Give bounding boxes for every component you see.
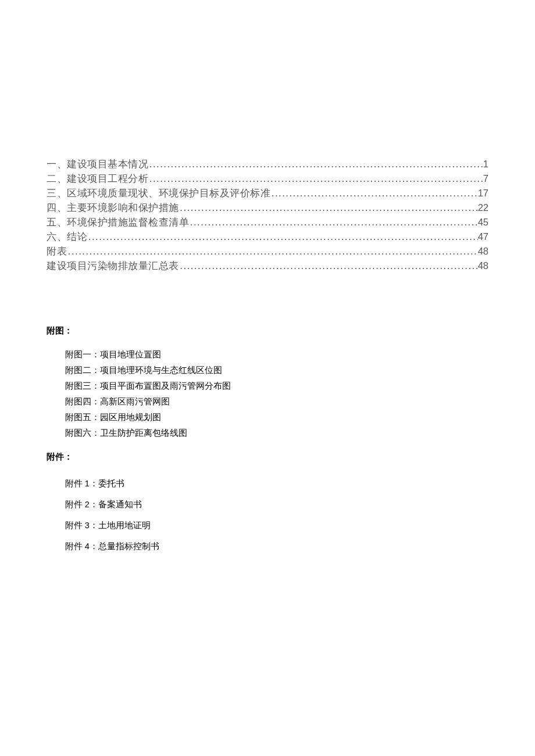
toc-page-number: 7 — [483, 171, 488, 185]
toc-label: 四、主要环境影响和保护措施 — [47, 201, 179, 215]
toc-page-number: 17 — [478, 186, 488, 200]
toc-entry: 一、建设项目基本情况 1 — [47, 157, 488, 171]
toc-leader-dots — [270, 187, 478, 200]
toc-label: 一、建设项目基本情况 — [47, 157, 148, 171]
toc-label: 附表 — [47, 245, 67, 259]
appendix-figure-item: 附图三：项目平面布置图及雨污管网分布图 — [65, 378, 488, 394]
attachment-item: 附件 4：总量指标控制书 — [65, 536, 488, 557]
attachments-section: 附件： 附件 1：委托书 附件 2：备案通知书 附件 3：土地用地证明 附件 4… — [47, 452, 488, 557]
attachments-list: 附件 1：委托书 附件 2：备案通知书 附件 3：土地用地证明 附件 4：总量指… — [47, 473, 488, 557]
attachment-label: ：备案通知书 — [90, 500, 142, 509]
toc-page-number: 1 — [483, 157, 488, 171]
toc-entry: 五、环境保护措施监督检查清单 45 — [47, 215, 488, 230]
toc-leader-dots — [148, 172, 483, 186]
table-of-contents: 一、建设项目基本情况 1 二、建设项目工程分析 7 三、区域环境质量现状、环境保… — [47, 157, 488, 273]
appendix-figures-section: 附图： 附图一：项目地理位置图 附图二：项目地理环境与生态红线区位图 附图三：项… — [47, 325, 488, 441]
toc-label: 建设项目污染物排放量汇总表 — [47, 259, 179, 273]
toc-page-number: 22 — [478, 200, 488, 214]
toc-leader-dots — [179, 201, 478, 215]
attachment-prefix: 附件 — [65, 521, 85, 530]
attachment-item: 附件 1：委托书 — [65, 473, 488, 494]
attachment-number: 3 — [85, 521, 90, 530]
attachment-item: 附件 2：备案通知书 — [65, 494, 488, 515]
toc-entry: 建设项目污染物排放量汇总表 48 — [47, 259, 488, 273]
appendix-figure-item: 附图五：园区用地规划图 — [65, 410, 488, 425]
toc-page-number: 45 — [478, 215, 488, 229]
toc-label: 二、建设项目工程分析 — [47, 172, 148, 186]
attachment-number: 4 — [85, 542, 90, 551]
attachment-item: 附件 3：土地用地证明 — [65, 515, 488, 536]
toc-leader-dots — [67, 245, 478, 259]
toc-leader-dots — [148, 157, 483, 171]
toc-entry: 二、建设项目工程分析 7 — [47, 171, 488, 186]
toc-entry: 四、主要环境影响和保护措施 22 — [47, 200, 488, 215]
appendix-figures-list: 附图一：项目地理位置图 附图二：项目地理环境与生态红线区位图 附图三：项目平面布… — [47, 347, 488, 441]
toc-entry: 六、结论 47 — [47, 230, 488, 244]
attachment-label: ：总量指标控制书 — [90, 542, 159, 551]
toc-entry: 附表 48 — [47, 244, 488, 259]
toc-page-number: 48 — [478, 259, 488, 273]
attachment-prefix: 附件 — [65, 479, 85, 488]
toc-entry: 三、区域环境质量现状、环境保护目标及评价标准 17 — [47, 186, 488, 200]
toc-label: 五、环境保护措施监督检查清单 — [47, 216, 189, 230]
attachment-label: ：土地用地证明 — [90, 521, 151, 530]
appendix-figure-item: 附图二：项目地理环境与生态红线区位图 — [65, 363, 488, 378]
attachment-number: 2 — [85, 500, 90, 509]
toc-label: 三、区域环境质量现状、环境保护目标及评价标准 — [47, 187, 270, 200]
attachment-prefix: 附件 — [65, 542, 85, 551]
appendix-figure-item: 附图一：项目地理位置图 — [65, 347, 488, 363]
toc-leader-dots — [179, 259, 478, 273]
attachment-prefix: 附件 — [65, 500, 85, 509]
appendix-figure-item: 附图六：卫生防护距离包络线图 — [65, 425, 488, 441]
attachment-number: 1 — [85, 479, 90, 488]
appendix-figures-heading: 附图： — [47, 325, 488, 336]
attachment-label: ：委托书 — [90, 479, 124, 488]
toc-page-number: 47 — [478, 230, 488, 243]
attachments-heading: 附件： — [47, 452, 488, 463]
toc-page-number: 48 — [478, 244, 488, 258]
toc-leader-dots — [189, 216, 478, 230]
toc-label: 六、结论 — [47, 230, 87, 244]
toc-leader-dots — [87, 230, 478, 244]
appendix-figure-item: 附图四：高新区雨污管网图 — [65, 394, 488, 410]
